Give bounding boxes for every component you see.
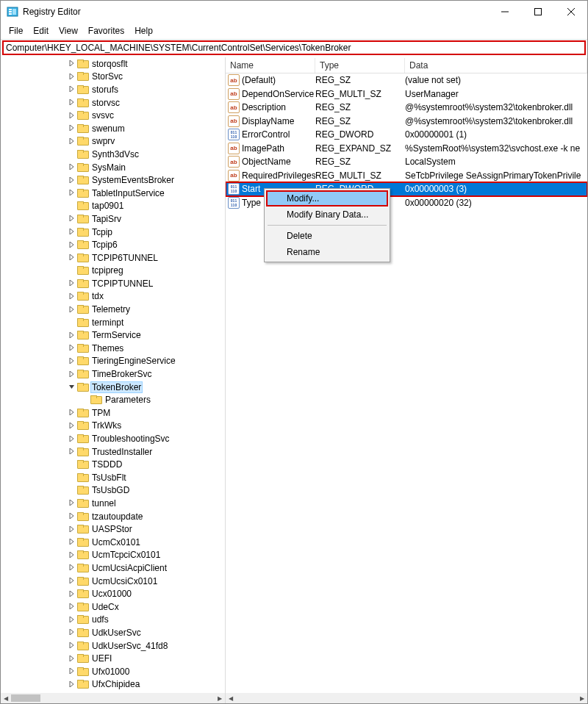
chevron-right-icon[interactable] [67,357,77,365]
tree-node[interactable]: TSDDD [1,458,225,471]
tree-node[interactable]: TokenBroker [1,381,225,394]
tree-node[interactable]: TieringEngineService [1,355,225,368]
tree-node[interactable]: Telemetry [1,303,225,316]
chevron-right-icon[interactable] [67,525,77,534]
tree-node[interactable]: storvsc [1,96,225,109]
tree-node[interactable]: UfxChipidea [1,678,225,692]
chevron-right-icon[interactable] [67,98,77,107]
tree-node[interactable]: UdeCx [1,600,225,614]
tree-node[interactable]: Ucx01000 [1,587,225,600]
tree-node[interactable]: TsUsbFlt [1,471,225,484]
scroll-track[interactable] [236,693,577,703]
tree-horizontal-scrollbar[interactable]: ◀ ▶ [1,693,225,703]
chevron-right-icon[interactable] [67,603,77,611]
tree-node[interactable]: TermService [1,328,225,342]
tree-node[interactable]: UdkUserSvc_41fd8 [1,639,225,653]
scroll-left-icon[interactable]: ◀ [1,693,11,703]
value-row[interactable]: abObjectNameREG_SZLocalSystem [226,155,587,169]
column-name[interactable]: Name [226,58,315,73]
chevron-right-icon[interactable] [67,344,77,352]
tree-node[interactable]: swprv [1,135,225,148]
menu-help[interactable]: Help [129,24,158,37]
value-row[interactable]: ab(Default)REG_SZ(value not set) [226,73,587,87]
tree-node[interactable]: TabletInputService [1,187,225,200]
ctx-modify-binary[interactable]: Modify Binary Data... [266,206,388,223]
chevron-right-icon[interactable] [67,538,77,546]
scroll-left-icon[interactable]: ◀ [226,693,236,703]
tree-node[interactable]: UcmTcpciCx0101 [1,549,225,562]
tree-node[interactable]: UcmCx0101 [1,536,225,549]
tree-node[interactable]: TCPIPTUNNEL [1,277,225,290]
chevron-right-icon[interactable] [67,628,77,636]
chevron-right-icon[interactable] [67,422,77,430]
scroll-track[interactable] [11,693,215,703]
tree-node[interactable]: Ufx01000 [1,665,225,678]
chevron-right-icon[interactable] [67,616,77,624]
address-bar[interactable]: Computer\HKEY_LOCAL_MACHINE\SYSTEM\Curre… [2,40,586,55]
value-row[interactable]: abRequiredPrivilegesREG_MULTI_SZSeTcbPri… [226,169,587,183]
chevron-right-icon[interactable] [67,292,77,301]
ctx-rename[interactable]: Rename [266,244,388,260]
chevron-right-icon[interactable] [67,279,77,287]
close-button[interactable] [554,1,587,23]
chevron-down-icon[interactable] [67,383,77,391]
value-row[interactable]: abImagePathREG_EXPAND_SZ%SystemRoot%\sys… [226,142,587,156]
tree-view[interactable]: storqosfltStorSvcstorufsstorvscsvsvcswen… [1,57,225,693]
tree-node[interactable]: TapiSrv [1,212,225,226]
tree-node[interactable]: UASPStor [1,522,225,536]
tree-node[interactable]: udfs [1,614,225,627]
column-type[interactable]: Type [315,58,405,73]
tree-node[interactable]: svsvc [1,109,225,122]
tree-node[interactable]: Tcpip6 [1,238,225,251]
value-row[interactable]: 011110ErrorControlREG_DWORD0x00000001 (1… [226,128,587,142]
tree-node[interactable]: Synth3dVsc [1,148,225,161]
tree-node[interactable]: swenum [1,122,225,135]
menu-edit[interactable]: Edit [28,24,54,37]
tree-node[interactable]: SysMain [1,161,225,174]
scroll-right-icon[interactable]: ▶ [577,693,587,703]
chevron-right-icon[interactable] [67,370,77,378]
value-row[interactable]: abDependOnServiceREG_MULTI_SZUserManager [226,87,587,101]
tree-node[interactable]: TCPIP6TUNNEL [1,251,225,265]
tree-node[interactable]: TimeBrokerSvc [1,367,225,381]
chevron-right-icon[interactable] [67,590,77,598]
chevron-right-icon[interactable] [67,435,77,443]
chevron-right-icon[interactable] [67,512,77,520]
maximize-button[interactable] [521,1,554,23]
tree-node[interactable]: TPM [1,406,225,420]
chevron-right-icon[interactable] [67,215,77,223]
tree-node[interactable]: tzautoupdate [1,510,225,523]
chevron-right-icon[interactable] [67,448,77,456]
chevron-right-icon[interactable] [67,642,77,650]
chevron-right-icon[interactable] [67,577,77,585]
chevron-right-icon[interactable] [67,163,77,171]
chevron-right-icon[interactable] [67,228,77,236]
ctx-modify[interactable]: Modify... [266,190,388,206]
chevron-right-icon[interactable] [67,680,77,689]
chevron-right-icon[interactable] [67,112,77,120]
tree-node[interactable]: tdx [1,290,225,303]
tree-node[interactable]: tap0901 [1,200,225,213]
chevron-right-icon[interactable] [67,60,77,68]
ctx-delete[interactable]: Delete [266,228,388,244]
menu-file[interactable]: File [4,24,28,37]
value-row[interactable]: abDisplayNameREG_SZ@%systemroot%\system3… [226,115,587,129]
menu-view[interactable]: View [54,24,83,37]
tree-node[interactable]: tcpipreg [1,265,225,278]
chevron-right-icon[interactable] [67,137,77,146]
minimize-button[interactable] [488,1,521,23]
chevron-right-icon[interactable] [67,499,77,507]
list-body[interactable]: ab(Default)REG_SZ(value not set)abDepend… [226,73,587,693]
tree-node[interactable]: Parameters [1,393,225,406]
chevron-right-icon[interactable] [67,331,77,340]
tree-node[interactable]: Themes [1,342,225,355]
chevron-right-icon[interactable] [67,551,77,559]
tree-node[interactable]: terminpt [1,316,225,329]
tree-node[interactable]: TroubleshootingSvc [1,432,225,445]
chevron-right-icon[interactable] [67,655,77,663]
chevron-right-icon[interactable] [67,85,77,93]
tree-node[interactable]: TrkWks [1,420,225,433]
tree-node[interactable]: UEFI [1,652,225,665]
chevron-right-icon[interactable] [67,189,77,197]
scroll-thumb[interactable] [11,694,40,702]
